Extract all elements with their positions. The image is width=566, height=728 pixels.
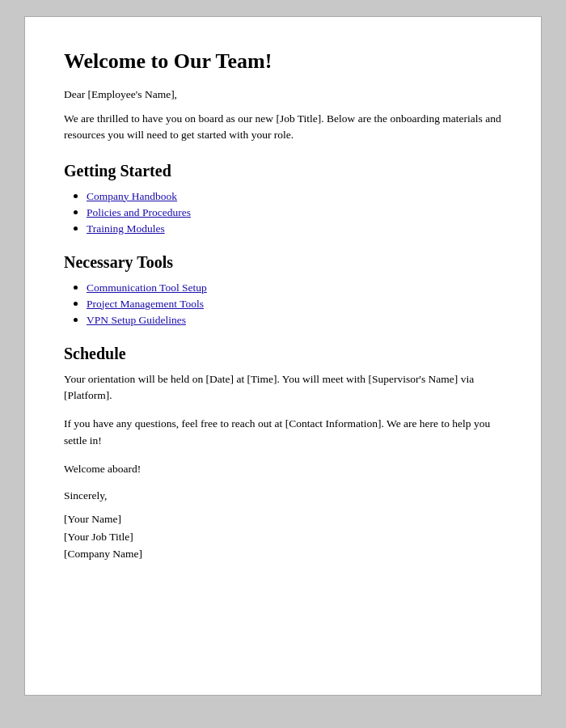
list-item: Training Modules: [87, 221, 502, 235]
necessary-tools-list: Communication Tool Setup Project Managem…: [87, 280, 502, 327]
getting-started-heading: Getting Started: [64, 162, 502, 180]
intro-text: We are thrilled to have you on board as …: [64, 111, 502, 144]
project-management-link[interactable]: Project Management Tools: [87, 298, 204, 310]
list-item: VPN Setup Guidelines: [87, 312, 502, 327]
signature-company: [Company Name]: [64, 545, 502, 563]
schedule-text-1: Your orientation will be held on [Date] …: [64, 371, 502, 405]
signature-job-title: [Your Job Title]: [64, 528, 502, 546]
list-item: Company Handbook: [87, 188, 502, 203]
training-modules-link[interactable]: Training Modules: [87, 222, 165, 235]
company-handbook-link[interactable]: Company Handbook: [87, 190, 177, 202]
welcome-aboard-text: Welcome aboard!: [64, 461, 502, 478]
necessary-tools-heading: Necessary Tools: [64, 253, 502, 272]
signature-name: [Your Name]: [64, 510, 502, 528]
sincerely-text: Sincerely,: [64, 489, 502, 502]
page-title: Welcome to Our Team!: [64, 49, 502, 74]
list-item: Communication Tool Setup: [87, 280, 502, 294]
getting-started-list: Company Handbook Policies and Procedures…: [87, 188, 502, 235]
list-item: Project Management Tools: [87, 296, 502, 311]
vpn-setup-link[interactable]: VPN Setup Guidelines: [87, 314, 186, 326]
schedule-heading: Schedule: [64, 345, 502, 363]
policies-procedures-link[interactable]: Policies and Procedures: [87, 206, 191, 218]
list-item: Policies and Procedures: [87, 205, 502, 219]
greeting-text: Dear [Employee's Name],: [64, 88, 502, 101]
signature-block: [Your Name] [Your Job Title] [Company Na…: [64, 510, 502, 563]
schedule-text-2: If you have any questions, feel free to …: [64, 416, 502, 450]
document-page: Welcome to Our Team! Dear [Employee's Na…: [24, 16, 542, 696]
communication-tool-link[interactable]: Communication Tool Setup: [87, 281, 207, 294]
